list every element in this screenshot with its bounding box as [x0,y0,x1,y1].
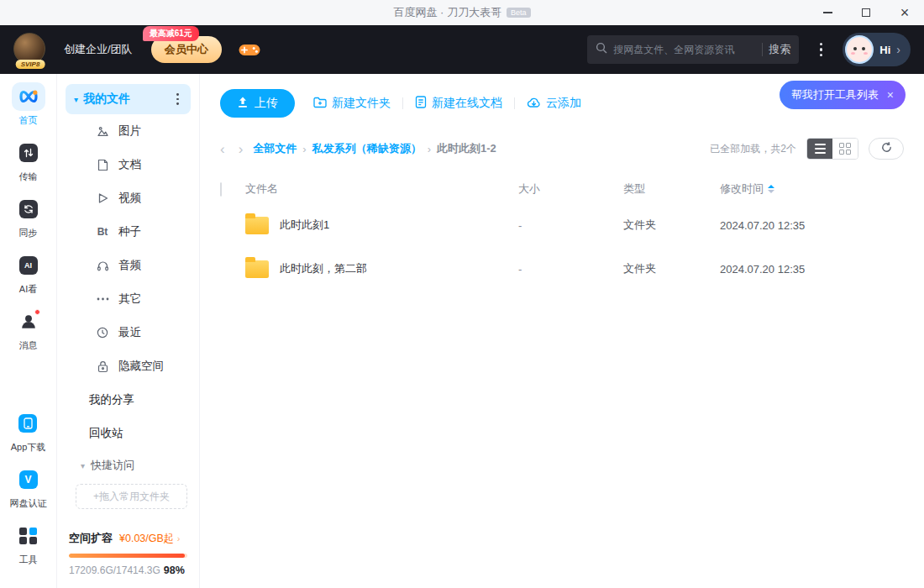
sidebar-label: 其它 [118,291,141,307]
column-header-modified[interactable]: 修改时间 [720,181,764,197]
video-icon [96,192,109,204]
sidebar-item-my-shares[interactable]: 我的分享 [66,383,191,417]
storage-expand-label: 空间扩容 [69,531,113,546]
maximize-button[interactable] [847,0,885,25]
file-name: 此时此刻，第二部 [280,261,367,276]
tools-icon [12,522,45,550]
new-doc-icon [415,96,427,111]
table-header-row: 文件名 大小 类型 修改时间 [220,175,904,203]
rail-item-messages[interactable]: 消息 [12,307,45,352]
storage-price-link[interactable]: ¥0.03/GB起 › [119,532,180,546]
account-avatar[interactable]: SVIP8 [13,33,47,66]
app-download-icon [11,409,45,438]
storage-progress-fill [69,554,185,558]
rail-item-ai[interactable]: AI AI看 [12,251,45,296]
create-team-link[interactable]: 创建企业/团队 [64,42,133,57]
folder-icon [245,217,269,234]
refresh-icon [881,142,892,155]
storage-progress-bar [69,554,187,558]
minimize-button[interactable] [808,0,847,25]
file-table: 文件名 大小 类型 修改时间 此时此刻1 - 文件夹 [220,175,904,291]
list-view-icon [815,144,826,153]
ai-view-icon: AI [12,251,45,280]
search-input[interactable] [613,44,756,55]
close-button[interactable]: × [885,0,924,25]
sidebar-label: 最近 [118,325,141,340]
window-title: 百度网盘 · 刀刀大表哥 Beta [393,5,530,20]
discount-badge: 最高减61元 [143,26,199,41]
rail-item-home[interactable]: 首页 [12,82,45,127]
sort-icon[interactable] [768,185,774,193]
storage-usage-text: 17209.6G/17414.3G [69,564,160,576]
cloud-add-button[interactable]: 云添加 [527,96,581,111]
search-icon [596,42,607,57]
sidebar-item-torrents[interactable]: Bt 种子 [66,215,191,249]
file-type: 文件夹 [623,218,720,233]
refresh-button[interactable] [869,138,904,160]
file-modified: 2024.07.20 12:35 [720,219,904,232]
breadcrumb-item-series[interactable]: 私发系列（稀缺资源） [312,141,422,156]
sidebar-item-quick-access[interactable]: ▾ 快捷访问 [66,450,191,480]
chevron-down-icon: ▾ [81,461,85,470]
beta-badge: Beta [507,8,531,18]
sidebar-label: 文档 [118,157,141,172]
rail-item-sync[interactable]: 同步 [12,195,45,239]
member-center-button[interactable]: 会员中心 最高减61元 [151,36,222,63]
file-size: - [518,219,623,232]
table-row[interactable]: 此时此刻，第二部 - 文件夹 2024.07.20 12:35 [220,247,904,291]
more-menu-icon[interactable] [809,38,832,61]
column-header-type[interactable]: 类型 [623,181,720,197]
forward-button[interactable]: › [239,142,244,156]
rail-item-certification[interactable]: V 网盘认证 [10,465,47,510]
breadcrumb-separator: › [302,143,306,155]
my-files-more-icon[interactable] [173,90,182,108]
breadcrumb: 全部文件 › 私发系列（稀缺资源） › 此时此刻1-2 [253,141,496,156]
sidebar-item-recent[interactable]: 最近 [66,316,191,349]
window-title-text: 百度网盘 · 刀刀大表哥 [393,5,501,20]
home-icon [12,82,45,111]
chevron-right-icon: › [177,533,181,543]
sidebar-item-audio[interactable]: 音频 [66,249,191,282]
rail-item-tools[interactable]: 工具 [12,522,45,566]
sidebar-label: 种子 [118,224,141,239]
sidebar-item-videos[interactable]: 视频 [66,181,191,215]
back-button[interactable]: ‹ [220,142,225,156]
search-divider [762,43,763,56]
upload-button[interactable]: 上传 [220,89,295,118]
rail-label-certification: 网盘认证 [10,497,47,510]
new-online-doc-button[interactable]: 新建在线文档 [415,96,502,111]
sidebar-item-pictures[interactable]: 图片 [66,114,191,148]
assistant-avatar-pill[interactable]: Hi › [843,33,911,66]
rail-label-home: 首页 [19,114,38,127]
search-button[interactable]: 搜索 [769,42,790,57]
clock-icon [96,327,109,339]
sync-icon [12,195,45,223]
assistant-tip-bubble[interactable]: 帮我打开工具列表 × [780,81,906,109]
list-view-button[interactable] [807,139,832,159]
column-header-name[interactable]: 文件名 [245,181,518,197]
game-center-icon[interactable] [239,43,260,57]
sidebar-item-hidden-space[interactable]: 隐藏空间 [66,349,191,383]
certification-icon: V [12,465,45,494]
titlebar: 百度网盘 · 刀刀大表哥 Beta × [0,0,924,25]
new-folder-button[interactable]: 新建文件夹 [313,96,391,111]
storage-percent: 98% [164,564,185,576]
rail-label-transfer: 传输 [19,171,38,183]
assistant-tip-close-icon[interactable]: × [887,88,894,102]
select-all-checkbox[interactable] [220,182,222,197]
column-header-size[interactable]: 大小 [518,181,623,197]
sidebar-item-others[interactable]: 其它 [66,282,191,316]
upload-icon [237,97,249,111]
drop-folder-hint[interactable]: +拖入常用文件夹 [76,484,187,509]
sidebar-item-documents[interactable]: 文档 [66,148,191,181]
rail-item-transfer[interactable]: 传输 [12,139,45,183]
rail-item-app-download[interactable]: App下载 [11,409,46,454]
my-shares-label: 我的分享 [89,392,134,407]
grid-view-button[interactable] [832,139,858,159]
sidebar-item-my-files[interactable]: ▾ 我的文件 [66,84,191,114]
sidebar-item-recycle-bin[interactable]: 回收站 [66,417,191,450]
breadcrumb-item-all-files[interactable]: 全部文件 [253,141,297,156]
window-controls: × [808,0,924,25]
table-row[interactable]: 此时此刻1 - 文件夹 2024.07.20 12:35 [220,203,904,247]
left-rail: 首页 传输 同步 AI AI看 [0,74,57,588]
